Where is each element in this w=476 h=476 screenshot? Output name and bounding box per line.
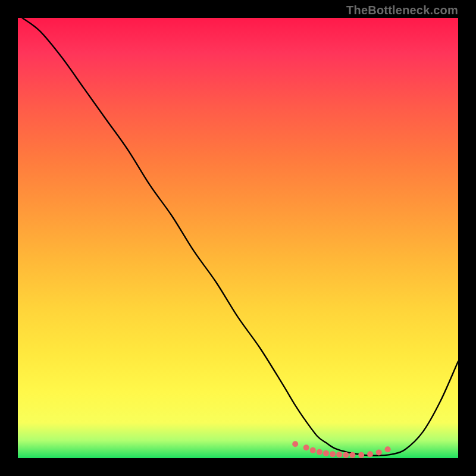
marker-dot bbox=[330, 451, 336, 457]
chart-svg bbox=[18, 18, 458, 458]
marker-dot bbox=[336, 452, 342, 458]
watermark-text: TheBottleneck.com bbox=[346, 4, 458, 17]
marker-dot bbox=[349, 452, 355, 458]
marker-dot bbox=[343, 452, 349, 458]
marker-dot bbox=[385, 446, 391, 452]
marker-dot bbox=[303, 444, 309, 450]
plot-area bbox=[18, 18, 458, 458]
marker-dot bbox=[292, 441, 298, 447]
bottleneck-curve bbox=[22, 18, 458, 456]
chart-container: TheBottleneck.com bbox=[0, 0, 476, 476]
marker-dot bbox=[367, 451, 373, 457]
marker-dot bbox=[376, 449, 382, 455]
marker-dot bbox=[323, 450, 329, 456]
marker-dot bbox=[358, 452, 364, 458]
marker-dot bbox=[317, 449, 322, 455]
marker-dot bbox=[310, 447, 316, 453]
